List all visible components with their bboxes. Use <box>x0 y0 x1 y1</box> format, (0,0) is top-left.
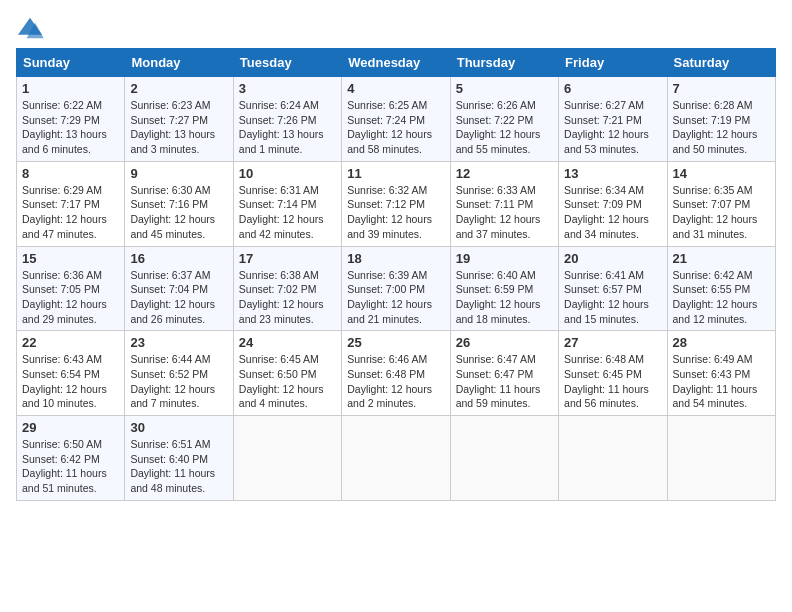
day-info: Sunrise: 6:23 AMSunset: 7:27 PMDaylight:… <box>130 98 227 157</box>
day-info: Sunrise: 6:34 AMSunset: 7:09 PMDaylight:… <box>564 183 661 242</box>
day-info: Sunrise: 6:28 AMSunset: 7:19 PMDaylight:… <box>673 98 770 157</box>
calendar-cell: 28Sunrise: 6:49 AMSunset: 6:43 PMDayligh… <box>667 331 775 416</box>
day-number: 27 <box>564 335 661 350</box>
calendar-cell: 23Sunrise: 6:44 AMSunset: 6:52 PMDayligh… <box>125 331 233 416</box>
calendar-cell: 4Sunrise: 6:25 AMSunset: 7:24 PMDaylight… <box>342 77 450 162</box>
day-info: Sunrise: 6:39 AMSunset: 7:00 PMDaylight:… <box>347 268 444 327</box>
day-number: 28 <box>673 335 770 350</box>
day-info: Sunrise: 6:31 AMSunset: 7:14 PMDaylight:… <box>239 183 336 242</box>
day-info: Sunrise: 6:48 AMSunset: 6:45 PMDaylight:… <box>564 352 661 411</box>
calendar-cell: 13Sunrise: 6:34 AMSunset: 7:09 PMDayligh… <box>559 161 667 246</box>
calendar-cell: 21Sunrise: 6:42 AMSunset: 6:55 PMDayligh… <box>667 246 775 331</box>
day-info: Sunrise: 6:42 AMSunset: 6:55 PMDaylight:… <box>673 268 770 327</box>
day-info: Sunrise: 6:35 AMSunset: 7:07 PMDaylight:… <box>673 183 770 242</box>
day-number: 23 <box>130 335 227 350</box>
calendar-cell: 24Sunrise: 6:45 AMSunset: 6:50 PMDayligh… <box>233 331 341 416</box>
calendar-cell: 12Sunrise: 6:33 AMSunset: 7:11 PMDayligh… <box>450 161 558 246</box>
day-number: 7 <box>673 81 770 96</box>
calendar-cell: 19Sunrise: 6:40 AMSunset: 6:59 PMDayligh… <box>450 246 558 331</box>
day-info: Sunrise: 6:45 AMSunset: 6:50 PMDaylight:… <box>239 352 336 411</box>
calendar-table: SundayMondayTuesdayWednesdayThursdayFrid… <box>16 48 776 501</box>
day-number: 6 <box>564 81 661 96</box>
logo-icon <box>16 16 44 40</box>
day-number: 20 <box>564 251 661 266</box>
day-number: 11 <box>347 166 444 181</box>
day-number: 24 <box>239 335 336 350</box>
calendar-cell: 16Sunrise: 6:37 AMSunset: 7:04 PMDayligh… <box>125 246 233 331</box>
day-info: Sunrise: 6:44 AMSunset: 6:52 PMDaylight:… <box>130 352 227 411</box>
day-info: Sunrise: 6:27 AMSunset: 7:21 PMDaylight:… <box>564 98 661 157</box>
calendar-cell: 9Sunrise: 6:30 AMSunset: 7:16 PMDaylight… <box>125 161 233 246</box>
day-info: Sunrise: 6:26 AMSunset: 7:22 PMDaylight:… <box>456 98 553 157</box>
day-info: Sunrise: 6:43 AMSunset: 6:54 PMDaylight:… <box>22 352 119 411</box>
day-number: 10 <box>239 166 336 181</box>
day-number: 5 <box>456 81 553 96</box>
column-header-thursday: Thursday <box>450 49 558 77</box>
day-info: Sunrise: 6:46 AMSunset: 6:48 PMDaylight:… <box>347 352 444 411</box>
day-number: 29 <box>22 420 119 435</box>
calendar-week-row: 8Sunrise: 6:29 AMSunset: 7:17 PMDaylight… <box>17 161 776 246</box>
day-info: Sunrise: 6:37 AMSunset: 7:04 PMDaylight:… <box>130 268 227 327</box>
day-info: Sunrise: 6:22 AMSunset: 7:29 PMDaylight:… <box>22 98 119 157</box>
day-number: 3 <box>239 81 336 96</box>
day-info: Sunrise: 6:24 AMSunset: 7:26 PMDaylight:… <box>239 98 336 157</box>
calendar-cell: 22Sunrise: 6:43 AMSunset: 6:54 PMDayligh… <box>17 331 125 416</box>
day-info: Sunrise: 6:40 AMSunset: 6:59 PMDaylight:… <box>456 268 553 327</box>
calendar-week-row: 22Sunrise: 6:43 AMSunset: 6:54 PMDayligh… <box>17 331 776 416</box>
day-info: Sunrise: 6:47 AMSunset: 6:47 PMDaylight:… <box>456 352 553 411</box>
calendar-cell: 25Sunrise: 6:46 AMSunset: 6:48 PMDayligh… <box>342 331 450 416</box>
column-header-friday: Friday <box>559 49 667 77</box>
calendar-cell: 14Sunrise: 6:35 AMSunset: 7:07 PMDayligh… <box>667 161 775 246</box>
calendar-cell <box>233 416 341 501</box>
calendar-cell: 2Sunrise: 6:23 AMSunset: 7:27 PMDaylight… <box>125 77 233 162</box>
calendar-cell: 7Sunrise: 6:28 AMSunset: 7:19 PMDaylight… <box>667 77 775 162</box>
calendar-week-row: 15Sunrise: 6:36 AMSunset: 7:05 PMDayligh… <box>17 246 776 331</box>
column-header-monday: Monday <box>125 49 233 77</box>
day-info: Sunrise: 6:33 AMSunset: 7:11 PMDaylight:… <box>456 183 553 242</box>
calendar-week-row: 1Sunrise: 6:22 AMSunset: 7:29 PMDaylight… <box>17 77 776 162</box>
day-number: 15 <box>22 251 119 266</box>
day-info: Sunrise: 6:38 AMSunset: 7:02 PMDaylight:… <box>239 268 336 327</box>
day-number: 14 <box>673 166 770 181</box>
calendar-cell: 18Sunrise: 6:39 AMSunset: 7:00 PMDayligh… <box>342 246 450 331</box>
page-header <box>16 16 776 40</box>
column-header-tuesday: Tuesday <box>233 49 341 77</box>
calendar-cell: 6Sunrise: 6:27 AMSunset: 7:21 PMDaylight… <box>559 77 667 162</box>
day-number: 30 <box>130 420 227 435</box>
calendar-cell: 8Sunrise: 6:29 AMSunset: 7:17 PMDaylight… <box>17 161 125 246</box>
day-number: 13 <box>564 166 661 181</box>
calendar-cell: 26Sunrise: 6:47 AMSunset: 6:47 PMDayligh… <box>450 331 558 416</box>
day-info: Sunrise: 6:32 AMSunset: 7:12 PMDaylight:… <box>347 183 444 242</box>
day-info: Sunrise: 6:36 AMSunset: 7:05 PMDaylight:… <box>22 268 119 327</box>
calendar-cell: 15Sunrise: 6:36 AMSunset: 7:05 PMDayligh… <box>17 246 125 331</box>
day-number: 22 <box>22 335 119 350</box>
day-number: 25 <box>347 335 444 350</box>
calendar-week-row: 29Sunrise: 6:50 AMSunset: 6:42 PMDayligh… <box>17 416 776 501</box>
day-info: Sunrise: 6:49 AMSunset: 6:43 PMDaylight:… <box>673 352 770 411</box>
day-number: 1 <box>22 81 119 96</box>
day-info: Sunrise: 6:30 AMSunset: 7:16 PMDaylight:… <box>130 183 227 242</box>
column-header-wednesday: Wednesday <box>342 49 450 77</box>
calendar-cell: 10Sunrise: 6:31 AMSunset: 7:14 PMDayligh… <box>233 161 341 246</box>
calendar-header-row: SundayMondayTuesdayWednesdayThursdayFrid… <box>17 49 776 77</box>
day-number: 9 <box>130 166 227 181</box>
column-header-saturday: Saturday <box>667 49 775 77</box>
day-number: 4 <box>347 81 444 96</box>
calendar-cell: 11Sunrise: 6:32 AMSunset: 7:12 PMDayligh… <box>342 161 450 246</box>
calendar-cell <box>559 416 667 501</box>
calendar-cell: 17Sunrise: 6:38 AMSunset: 7:02 PMDayligh… <box>233 246 341 331</box>
calendar-cell: 1Sunrise: 6:22 AMSunset: 7:29 PMDaylight… <box>17 77 125 162</box>
calendar-cell: 20Sunrise: 6:41 AMSunset: 6:57 PMDayligh… <box>559 246 667 331</box>
calendar-cell <box>342 416 450 501</box>
day-number: 2 <box>130 81 227 96</box>
day-info: Sunrise: 6:50 AMSunset: 6:42 PMDaylight:… <box>22 437 119 496</box>
day-info: Sunrise: 6:25 AMSunset: 7:24 PMDaylight:… <box>347 98 444 157</box>
calendar-cell <box>450 416 558 501</box>
calendar-cell: 30Sunrise: 6:51 AMSunset: 6:40 PMDayligh… <box>125 416 233 501</box>
day-number: 16 <box>130 251 227 266</box>
logo <box>16 16 48 40</box>
day-number: 18 <box>347 251 444 266</box>
day-number: 8 <box>22 166 119 181</box>
day-number: 21 <box>673 251 770 266</box>
day-info: Sunrise: 6:29 AMSunset: 7:17 PMDaylight:… <box>22 183 119 242</box>
